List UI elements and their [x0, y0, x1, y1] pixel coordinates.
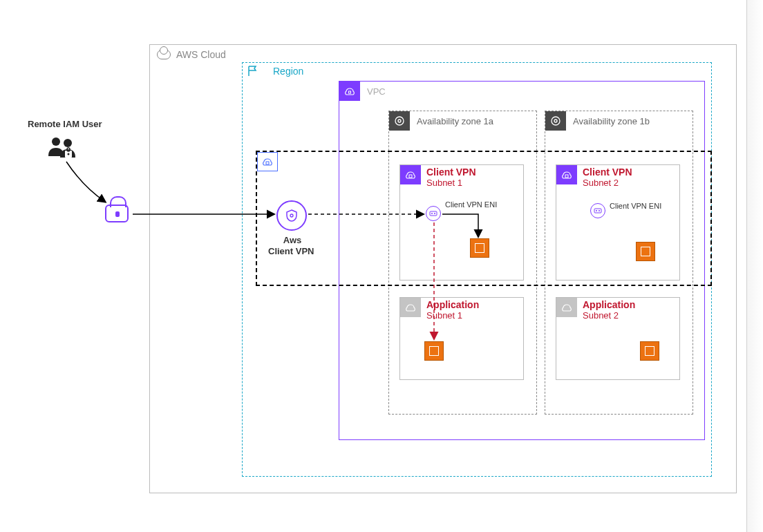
svg-point-11: [290, 214, 293, 217]
users-icon: [47, 135, 79, 162]
subnet-title: Client VPN Subnet 1: [426, 165, 476, 188]
subnet-title: Application Subnet 1: [426, 298, 479, 321]
svg-point-18: [596, 210, 597, 211]
ec2-icon: [640, 341, 659, 361]
vpn-lock-icon: [105, 205, 129, 222]
svg-rect-16: [565, 175, 568, 178]
region-label: Region: [269, 63, 308, 79]
svg-point-8: [552, 117, 560, 125]
svg-point-6: [395, 117, 404, 125]
subnet-subtitle: Subnet 2: [583, 178, 632, 188]
ec2-icon: [470, 238, 489, 258]
az-icon: [389, 111, 410, 131]
subnet-cloud-icon: [400, 298, 421, 317]
az-icon: [545, 111, 566, 131]
page-edge: [746, 0, 763, 532]
client-vpn-eni-icon: [426, 206, 441, 221]
svg-point-4: [68, 153, 70, 155]
cloud-lock-icon: [257, 152, 278, 171]
aws-client-vpn-subtitle: Client VPN: [268, 246, 314, 256]
flag-icon: [243, 64, 263, 79]
svg-point-0: [52, 137, 60, 146]
aws-client-vpn-title: Aws: [282, 235, 303, 245]
application-subnet-1: Application Subnet 1: [399, 297, 524, 380]
application-subnet-2: Application Subnet 2: [556, 297, 680, 380]
svg-rect-17: [594, 209, 601, 213]
vpc-label: VPC: [366, 84, 387, 99]
ec2-icon: [424, 341, 444, 361]
subnet-title: Client VPN Subnet 2: [583, 165, 632, 188]
svg-rect-13: [430, 211, 437, 216]
subnet-subtitle: Subnet 1: [426, 310, 479, 321]
remote-user-label: Remote IAM User: [28, 119, 102, 129]
subnet-subtitle: Subnet 2: [583, 310, 635, 321]
svg-point-15: [434, 213, 435, 214]
svg-point-14: [431, 213, 433, 214]
svg-rect-12: [409, 175, 412, 178]
cloud-icon: [157, 50, 171, 59]
vpc-icon: [339, 82, 360, 101]
subnet-title: Application Subnet 2: [583, 298, 635, 321]
subnet-cloud-icon: [556, 298, 577, 317]
svg-point-7: [398, 120, 401, 122]
client-vpn-subnet-1: Client VPN Subnet 1: [399, 164, 524, 281]
subnet-cloud-icon: [400, 165, 421, 184]
client-vpn-eni-label: Client VPN ENI: [445, 200, 497, 209]
svg-point-9: [554, 120, 557, 122]
az-1a-label: Availability zone 1a: [415, 113, 495, 129]
aws-client-vpn-icon: [276, 200, 307, 231]
az-1b-label: Availability zone 1b: [572, 113, 651, 129]
svg-rect-5: [349, 91, 351, 93]
client-vpn-subnet-2: Client VPN Subnet 2: [556, 164, 680, 281]
svg-rect-10: [266, 162, 269, 164]
ec2-icon: [636, 242, 655, 261]
subnet-subtitle: Subnet 1: [426, 178, 476, 188]
client-vpn-eni-label: Client VPN ENI: [610, 202, 661, 210]
aws-cloud-label: AWS Cloud: [176, 49, 226, 60]
subnet-cloud-icon: [556, 165, 577, 184]
client-vpn-eni-icon: [590, 203, 605, 218]
svg-point-1: [64, 139, 72, 147]
svg-point-19: [599, 210, 600, 211]
